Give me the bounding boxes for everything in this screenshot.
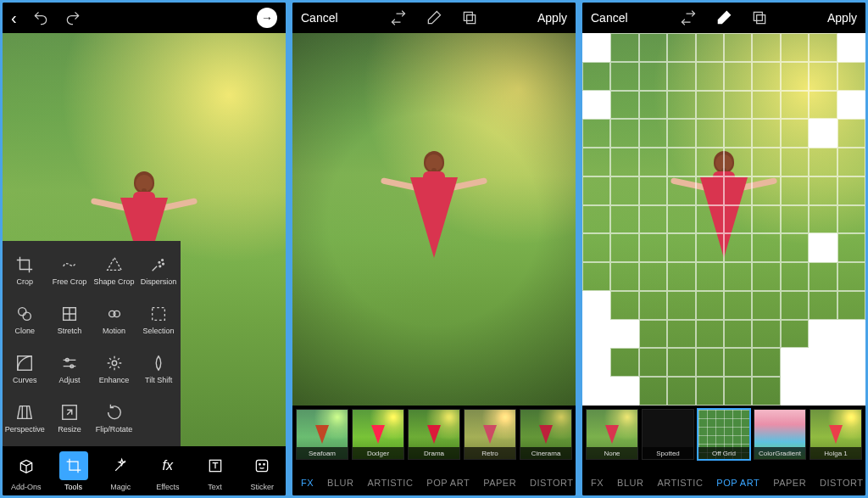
- cancel-button[interactable]: Cancel: [301, 11, 338, 25]
- bottom-sticker[interactable]: Sticker: [238, 451, 286, 491]
- eraser-icon[interactable]: [715, 9, 732, 26]
- image-canvas[interactable]: Crop Free Crop Shape Crop Dispersion Clo…: [3, 33, 286, 446]
- top-bar: ‹ →: [3, 3, 286, 33]
- compare-icon[interactable]: [680, 9, 697, 26]
- cat-paper[interactable]: PAPER: [773, 478, 806, 488]
- tools-popup: Crop Free Crop Shape Crop Dispersion Clo…: [3, 241, 181, 446]
- bottom-text[interactable]: Text: [192, 451, 239, 491]
- cat-distort[interactable]: DISTORT: [530, 478, 573, 488]
- bottom-toolbar: Add-Ons Tools Magic fx Effects Text Stic…: [3, 446, 286, 495]
- cat-blur[interactable]: BLUR: [617, 478, 643, 488]
- filter-thumbnails: None Spotted Off Grid ColorGradient Holg…: [582, 406, 865, 470]
- top-bar: Cancel Apply: [582, 3, 865, 33]
- svg-point-18: [264, 463, 265, 465]
- image-canvas[interactable]: [582, 33, 865, 406]
- top-bar: Cancel Apply: [292, 3, 576, 33]
- apply-button[interactable]: Apply: [827, 11, 857, 25]
- tool-crop[interactable]: Crop: [3, 246, 47, 295]
- screen-popart-offgrid: Cancel Apply None Spotted Off Grid Color…: [582, 3, 865, 495]
- apply-button[interactable]: Apply: [537, 11, 567, 25]
- filter-colorgradient[interactable]: ColorGradient: [754, 409, 806, 460]
- svg-rect-20: [467, 15, 476, 24]
- bottom-tools[interactable]: Tools: [50, 451, 97, 491]
- layers-icon[interactable]: [461, 9, 478, 26]
- filter-category-row: FX BLUR ARTISTIC POP ART PAPER DISTORT C: [582, 470, 865, 495]
- screen-editor-tools: ‹ → Crop Free Crop Shape: [3, 3, 286, 495]
- tool-dispersion[interactable]: Dispersion: [136, 246, 181, 295]
- tool-resize[interactable]: Resize: [47, 394, 92, 443]
- svg-point-0: [159, 261, 160, 263]
- filter-spotted[interactable]: Spotted: [642, 409, 694, 460]
- filter-none[interactable]: None: [586, 409, 638, 460]
- tool-clone[interactable]: Clone: [3, 295, 47, 344]
- svg-point-8: [114, 311, 120, 316]
- bottom-effects[interactable]: fx Effects: [144, 451, 192, 491]
- cancel-button[interactable]: Cancel: [591, 11, 628, 25]
- tool-perspective[interactable]: Perspective: [3, 394, 47, 443]
- cat-fx[interactable]: FX: [301, 478, 314, 488]
- next-button[interactable]: →: [257, 8, 277, 28]
- svg-point-3: [159, 266, 161, 267]
- cat-artistic[interactable]: ARTISTIC: [367, 478, 413, 488]
- filter-category-row: FX BLUR ARTISTIC POP ART PAPER DISTORT C: [292, 470, 576, 495]
- redo-icon[interactable]: [64, 9, 81, 26]
- filter-dodger[interactable]: Dodger: [352, 409, 404, 460]
- svg-point-1: [162, 260, 164, 261]
- filter-retro[interactable]: Retro: [464, 409, 516, 460]
- svg-rect-22: [757, 15, 765, 24]
- tool-shape-crop[interactable]: Shape Crop: [92, 246, 136, 295]
- cat-blur[interactable]: BLUR: [327, 478, 353, 488]
- off-grid-overlay: [582, 33, 865, 406]
- tool-flip-rotate[interactable]: Flip/Rotate: [92, 394, 136, 443]
- cat-artistic[interactable]: ARTISTIC: [657, 478, 703, 488]
- filter-seafoam[interactable]: Seafoam: [296, 409, 348, 460]
- filter-drama[interactable]: Drama: [408, 409, 460, 460]
- bottom-magic[interactable]: Magic: [97, 451, 144, 491]
- cat-fx[interactable]: FX: [591, 478, 604, 488]
- svg-point-13: [112, 361, 117, 366]
- svg-rect-21: [754, 12, 762, 20]
- tool-selection[interactable]: Selection: [136, 295, 181, 344]
- bottom-add-ons[interactable]: Add-Ons: [3, 451, 50, 491]
- tool-curves[interactable]: Curves: [3, 344, 47, 394]
- compare-icon[interactable]: [390, 9, 407, 26]
- svg-point-2: [163, 263, 164, 265]
- back-button[interactable]: ‹: [11, 8, 17, 28]
- svg-point-4: [19, 308, 26, 316]
- tool-tilt-shift[interactable]: Tilt Shift: [136, 344, 181, 394]
- eraser-icon[interactable]: [426, 9, 442, 26]
- svg-point-5: [23, 312, 31, 320]
- image-canvas[interactable]: [292, 33, 576, 406]
- cat-distort[interactable]: DISTORT: [820, 478, 863, 488]
- svg-rect-19: [464, 12, 472, 20]
- tool-free-crop[interactable]: Free Crop: [47, 246, 92, 295]
- filter-thumbnails: Seafoam Dodger Drama Retro Cinerama: [292, 406, 576, 470]
- tool-enhance[interactable]: Enhance: [92, 344, 136, 394]
- screen-fx-filters: Cancel Apply Seafoam Dodger Drama Retro …: [292, 3, 576, 495]
- filter-holga1[interactable]: Holga 1: [810, 409, 862, 460]
- tool-stretch[interactable]: Stretch: [47, 295, 92, 344]
- cat-pop-art[interactable]: POP ART: [716, 478, 760, 488]
- tool-motion[interactable]: Motion: [92, 295, 136, 344]
- cat-pop-art[interactable]: POP ART: [426, 478, 470, 488]
- svg-rect-16: [257, 460, 268, 471]
- tool-adjust[interactable]: Adjust: [47, 344, 92, 394]
- layers-icon[interactable]: [751, 9, 768, 26]
- undo-icon[interactable]: [32, 9, 49, 26]
- filter-off-grid[interactable]: Off Grid: [698, 409, 750, 460]
- svg-point-17: [259, 463, 261, 465]
- filter-cinerama[interactable]: Cinerama: [520, 409, 572, 460]
- cat-paper[interactable]: PAPER: [483, 478, 516, 488]
- svg-rect-9: [153, 308, 165, 321]
